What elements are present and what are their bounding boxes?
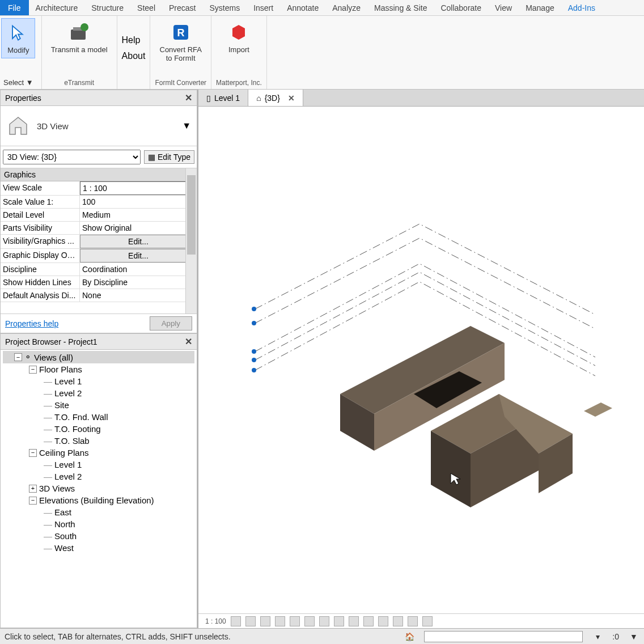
tree-category[interactable]: −Ceiling Plans [3,447,194,459]
vc-icon-7[interactable] [319,616,329,626]
project-browser-close-icon[interactable]: ✕ [185,336,192,347]
tab-level1[interactable]: ▯ Level 1 [198,90,248,106]
vc-icon-6[interactable] [304,616,315,626]
tab-3d[interactable]: ⌂ {3D} ✕ [248,90,303,106]
tree-category[interactable]: −Floor Plans [3,363,194,375]
menu-precast[interactable]: Precast [162,0,202,15]
menu-insert[interactable]: Insert [247,0,280,15]
view-scale-label[interactable]: 1 : 100 [205,617,226,625]
vc-icon-11[interactable] [378,616,388,626]
select-dropdown[interactable]: Select ▼ [0,77,37,88]
project-browser-title: Project Browser - Project1 [5,337,98,346]
vc-icon-10[interactable] [363,616,374,626]
vc-icon-9[interactable] [349,616,359,626]
about-button[interactable]: About [122,51,146,61]
prop-edit-button[interactable]: Edit... [80,249,197,262]
apply-button[interactable]: Apply [150,316,192,331]
vc-icon-14[interactable] [422,616,433,626]
sb-icon-1[interactable]: 🏠 [404,631,415,642]
prop-row[interactable]: Default Analysis Di...None [1,289,197,302]
menu-manage[interactable]: Manage [519,0,561,15]
vc-icon-1[interactable] [231,616,241,626]
modify-button[interactable]: Modify [1,18,35,58]
menu-collaborate[interactable]: Collaborate [434,0,488,15]
expander-icon[interactable]: − [29,449,37,457]
type-selector[interactable]: 3D View ▼ [1,106,197,146]
prop-label: Discipline [1,263,80,276]
view-tabs: ▯ Level 1 ⌂ {3D} ✕ [198,90,644,107]
tree-item[interactable]: — T.O. Slab [3,435,194,447]
tree-item[interactable]: — East [3,506,194,518]
tree-item[interactable]: — South [3,530,194,542]
prop-row[interactable]: Visibility/Graphics ...Edit... [1,235,197,249]
expander-icon[interactable]: − [14,353,22,361]
menu-view[interactable]: View [488,0,519,15]
tree-item[interactable]: — North [3,518,194,530]
tree-item[interactable]: — T.O. Fnd. Wall [3,411,194,423]
tree-root-views[interactable]: − ⚬ Views (all) [3,351,194,363]
properties-scrollbar[interactable] [185,168,197,313]
tree-category[interactable]: −Elevations (Building Elevation) [3,494,194,506]
prop-value[interactable]: Coordination [80,263,197,276]
menu-annotate[interactable]: Annotate [280,0,325,15]
prop-value[interactable]: By Discipline [80,276,197,289]
prop-value[interactable]: Show Original [80,222,197,234]
prop-row[interactable]: Show Hidden LinesBy Discipline [1,276,197,289]
svg-point-7 [252,349,256,354]
prop-row[interactable]: DisciplineCoordination [1,263,197,276]
menu-systems[interactable]: Systems [202,0,247,15]
prop-value[interactable]: 1 : 100 [80,181,197,195]
tree-item[interactable]: — Level 1 [3,459,194,471]
sb-filter-icon[interactable]: ▼ [628,631,639,642]
prop-row[interactable]: View Scale1 : 100 [1,181,197,196]
vc-icon-5[interactable] [290,616,300,626]
matterport-icon [228,22,249,43]
properties-help-link[interactable]: Properties help [5,319,58,328]
expander-icon[interactable]: − [29,366,37,374]
vc-icon-3[interactable] [260,616,270,626]
vc-icon-8[interactable] [334,616,344,626]
tree-item[interactable]: — Level 1 [3,375,194,387]
prop-row[interactable]: Graphic Display Op...Edit... [1,249,197,263]
prop-group-graphics[interactable]: Graphics⌃ [1,168,197,181]
menu-steel[interactable]: Steel [130,0,162,15]
help-button[interactable]: Help [122,35,141,45]
import-button[interactable]: Import [222,18,256,57]
menu-file[interactable]: File [0,0,29,15]
properties-close-icon[interactable]: ✕ [185,92,192,103]
3d-viewport[interactable] [198,107,644,613]
sb-icon-2[interactable]: ▾ [592,631,603,642]
edit-type-button[interactable]: ▦ Edit Type [144,150,194,164]
tree-item[interactable]: — Level 2 [3,471,194,482]
transmit-label: Transmit a model [51,45,108,54]
vc-icon-4[interactable] [275,616,285,626]
menu-add-ins[interactable]: Add-Ins [561,0,602,15]
tree-category[interactable]: +3D Views [3,482,194,494]
tree-item[interactable]: — West [3,542,194,554]
prop-value[interactable]: Medium [80,209,197,221]
instance-selector[interactable]: 3D View: {3D} [3,150,141,164]
prop-row[interactable]: Parts VisibilityShow Original [1,222,197,235]
status-search-input[interactable] [424,631,583,642]
svg-text:R: R [177,27,184,39]
tree-item[interactable]: — Site [3,399,194,411]
menu-structure[interactable]: Structure [84,0,130,15]
prop-value[interactable]: 100 [80,196,197,208]
menu-massing-site[interactable]: Massing & Site [367,0,434,15]
menu-architecture[interactable]: Architecture [29,0,85,15]
tree-item[interactable]: — T.O. Footing [3,423,194,435]
transmit-model-button[interactable]: Transmit a model [46,18,112,57]
vc-icon-12[interactable] [393,616,403,626]
convert-rfa-button[interactable]: R Convert RFA to FormIt [155,18,206,66]
prop-edit-button[interactable]: Edit... [80,235,197,248]
prop-value[interactable]: None [80,289,197,302]
prop-row[interactable]: Detail LevelMedium [1,209,197,222]
expander-icon[interactable]: + [29,485,37,493]
expander-icon[interactable]: − [29,497,37,505]
vc-icon-2[interactable] [245,616,256,626]
tab-close-icon[interactable]: ✕ [288,94,295,103]
tree-item[interactable]: — Level 2 [3,387,194,399]
vc-icon-13[interactable] [408,616,418,626]
menu-analyze[interactable]: Analyze [325,0,367,15]
prop-row[interactable]: Scale Value 1:100 [1,196,197,209]
